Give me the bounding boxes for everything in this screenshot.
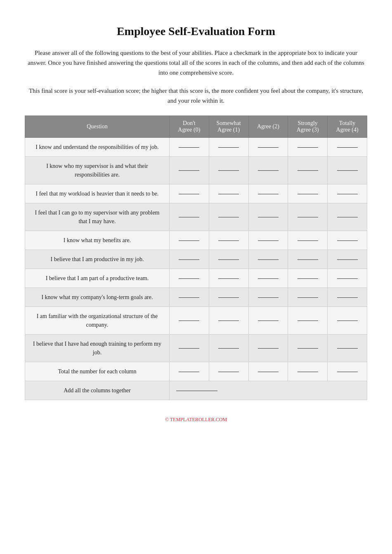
second-paragraph: This final score is your self-evaluation… — [25, 86, 367, 106]
answer-cell-row3-col0[interactable] — [169, 203, 209, 231]
answer-cell-row1-col4[interactable] — [328, 157, 367, 184]
question-cell: I feel that I can go to my supervisor wi… — [25, 203, 170, 231]
header-question: Question — [25, 116, 170, 138]
question-cell: I know and understand the responsibiliti… — [25, 138, 170, 157]
answer-cell-row8-col0[interactable] — [169, 307, 209, 335]
answer-cell-row7-col2[interactable] — [248, 288, 288, 307]
evaluation-table: Question Don'tAgree (0) SomewhatAgree (1… — [25, 116, 367, 400]
answer-cell-row4-col0[interactable] — [169, 231, 209, 250]
table-row: I know who my supervisor is and what the… — [25, 157, 367, 184]
answer-cell-row3-col4[interactable] — [328, 203, 367, 231]
question-cell: I know who my supervisor is and what the… — [25, 157, 170, 184]
answer-cell-row3-col1[interactable] — [209, 203, 248, 231]
answer-cell-row4-col3[interactable] — [288, 231, 328, 250]
answer-cell-row8-col1[interactable] — [209, 307, 248, 335]
answer-cell-row9-col0[interactable] — [169, 335, 209, 362]
total-cell-col0[interactable] — [169, 362, 209, 381]
total-label: Total the number for each column — [25, 362, 170, 381]
total-cell-col2[interactable] — [248, 362, 288, 381]
answer-cell-row2-col1[interactable] — [209, 184, 248, 203]
answer-cell-row8-col2[interactable] — [248, 307, 288, 335]
answer-cell-row0-col0[interactable] — [169, 138, 209, 157]
answer-cell-row2-col0[interactable] — [169, 184, 209, 203]
answer-cell-row1-col0[interactable] — [169, 157, 209, 184]
page-title: Employee Self-Evaluation Form — [25, 25, 367, 38]
answer-cell-row9-col4[interactable] — [328, 335, 367, 362]
header-col0: Don'tAgree (0) — [169, 116, 209, 138]
question-cell: I feel that my workload is heavier than … — [25, 184, 170, 203]
answer-cell-row2-col2[interactable] — [248, 184, 288, 203]
table-row: I know what my benefits are. — [25, 231, 367, 250]
table-row: I believe that I am productive in my job… — [25, 250, 367, 269]
answer-cell-row4-col4[interactable] — [328, 231, 367, 250]
table-row: I believe that I have had enough trainin… — [25, 335, 367, 362]
table-row: I know what my company's long-term goals… — [25, 288, 367, 307]
question-cell: I am familiar with the organizational st… — [25, 307, 170, 335]
answer-cell-row6-col4[interactable] — [328, 269, 367, 288]
answer-cell-row3-col2[interactable] — [248, 203, 288, 231]
answer-cell-row1-col1[interactable] — [209, 157, 248, 184]
intro-paragraph: Please answer all of the following quest… — [25, 48, 367, 78]
total-cell-col4[interactable] — [328, 362, 367, 381]
answer-cell-row6-col1[interactable] — [209, 269, 248, 288]
answer-cell-row7-col4[interactable] — [328, 288, 367, 307]
answer-cell-row0-col1[interactable] — [209, 138, 248, 157]
question-cell: I know what my company's long-term goals… — [25, 288, 170, 307]
table-row: I believe that I am part of a productive… — [25, 269, 367, 288]
add-label: Add all the columns together — [25, 381, 170, 400]
footer: © TEMPLATEROLLER.COM — [25, 417, 367, 423]
answer-cell-row8-col4[interactable] — [328, 307, 367, 335]
answer-cell-row5-col4[interactable] — [328, 250, 367, 269]
answer-cell-row8-col3[interactable] — [288, 307, 328, 335]
header-col2: Agree (2) — [248, 116, 288, 138]
answer-cell-row5-col0[interactable] — [169, 250, 209, 269]
total-cell-col3[interactable] — [288, 362, 328, 381]
answer-cell-row9-col3[interactable] — [288, 335, 328, 362]
question-cell: I believe that I am productive in my job… — [25, 250, 170, 269]
answer-cell-row0-col4[interactable] — [328, 138, 367, 157]
header-col3: StronglyAgree (3) — [288, 116, 328, 138]
question-cell: I believe that I have had enough trainin… — [25, 335, 170, 362]
answer-cell-row1-col2[interactable] — [248, 157, 288, 184]
add-columns-row: Add all the columns together — [25, 381, 367, 400]
answer-cell-row6-col2[interactable] — [248, 269, 288, 288]
answer-cell-row6-col3[interactable] — [288, 269, 328, 288]
header-col1: SomewhatAgree (1) — [209, 116, 248, 138]
table-row: I know and understand the responsibiliti… — [25, 138, 367, 157]
table-row: I feel that I can go to my supervisor wi… — [25, 203, 367, 231]
answer-cell-row5-col3[interactable] — [288, 250, 328, 269]
answer-cell-row7-col3[interactable] — [288, 288, 328, 307]
answer-cell-row5-col1[interactable] — [209, 250, 248, 269]
table-row: I feel that my workload is heavier than … — [25, 184, 367, 203]
header-col4: TotallyAgree (4) — [328, 116, 367, 138]
answer-cell-row5-col2[interactable] — [248, 250, 288, 269]
answer-cell-row7-col0[interactable] — [169, 288, 209, 307]
answer-cell-row2-col3[interactable] — [288, 184, 328, 203]
answer-cell-row2-col4[interactable] — [328, 184, 367, 203]
answer-cell-row4-col1[interactable] — [209, 231, 248, 250]
answer-cell-row0-col2[interactable] — [248, 138, 288, 157]
answer-cell-row7-col1[interactable] — [209, 288, 248, 307]
answer-cell-row4-col2[interactable] — [248, 231, 288, 250]
answer-cell-row9-col1[interactable] — [209, 335, 248, 362]
answer-cell-row3-col3[interactable] — [288, 203, 328, 231]
table-row: I am familiar with the organizational st… — [25, 307, 367, 335]
total-row: Total the number for each column — [25, 362, 367, 381]
answer-cell-row6-col0[interactable] — [169, 269, 209, 288]
answer-cell-row1-col3[interactable] — [288, 157, 328, 184]
question-cell: I know what my benefits are. — [25, 231, 170, 250]
table-header-row: Question Don'tAgree (0) SomewhatAgree (1… — [25, 116, 367, 138]
add-value-cell[interactable] — [169, 381, 367, 400]
answer-cell-row9-col2[interactable] — [248, 335, 288, 362]
total-cell-col1[interactable] — [209, 362, 248, 381]
answer-cell-row0-col3[interactable] — [288, 138, 328, 157]
question-cell: I believe that I am part of a productive… — [25, 269, 170, 288]
